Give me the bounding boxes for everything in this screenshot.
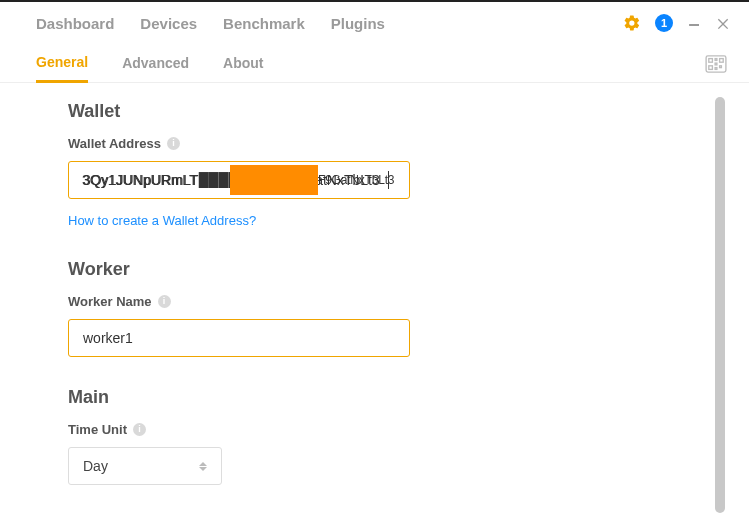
top-bar: Dashboard Devices Benchmark Plugins 1 – [0,2,749,40]
gear-icon[interactable] [623,14,641,32]
text-cursor [388,171,389,189]
close-button[interactable] [715,15,731,31]
time-unit-select[interactable]: Day [68,447,222,485]
main-heading: Main [68,387,685,408]
wallet-address-label: Wallet Address [68,136,161,151]
nav-dashboard[interactable]: Dashboard [36,15,114,32]
qr-icon[interactable] [705,55,727,81]
worker-name-input[interactable] [68,319,410,357]
time-unit-value: Day [83,458,108,474]
sub-tabs: General Advanced About [0,40,749,83]
notification-badge[interactable]: 1 [655,14,673,32]
wallet-address-input-wrap: 3Qy1JUNpURmLT F9GatNxTbLt3 [68,161,410,199]
nav-benchmark[interactable]: Benchmark [223,15,305,32]
section-wallet: Wallet Wallet Address i 3Qy1JUNpURmLT F9… [68,101,685,229]
svg-rect-5 [715,63,717,65]
scrollbar-thumb[interactable] [715,97,725,513]
nav-plugins[interactable]: Plugins [331,15,385,32]
chevron-updown-icon [199,462,207,471]
tab-about[interactable]: About [223,55,263,81]
info-icon[interactable]: i [167,137,180,150]
wallet-help-link[interactable]: How to create a Wallet Address? [68,213,256,228]
top-nav: Dashboard Devices Benchmark Plugins [36,15,385,32]
time-unit-label: Time Unit [68,422,127,437]
section-main: Main Time Unit i Day [68,387,685,485]
info-icon[interactable]: i [133,423,146,436]
scrollbar[interactable] [715,97,725,513]
svg-rect-2 [720,59,724,63]
svg-rect-1 [709,59,713,63]
svg-rect-4 [715,59,717,61]
tab-advanced[interactable]: Advanced [122,55,189,81]
settings-content: Wallet Wallet Address i 3Qy1JUNpURmLT F9… [0,83,749,527]
minimize-button[interactable]: – [687,16,701,30]
svg-rect-6 [720,66,722,68]
svg-rect-3 [709,66,713,70]
section-worker: Worker Worker Name i [68,259,685,357]
worker-heading: Worker [68,259,685,280]
worker-name-label: Worker Name [68,294,152,309]
tab-general[interactable]: General [36,54,88,83]
svg-rect-7 [715,68,717,70]
redaction-box [230,165,318,195]
wallet-heading: Wallet [68,101,685,122]
nav-devices[interactable]: Devices [140,15,197,32]
info-icon[interactable]: i [158,295,171,308]
